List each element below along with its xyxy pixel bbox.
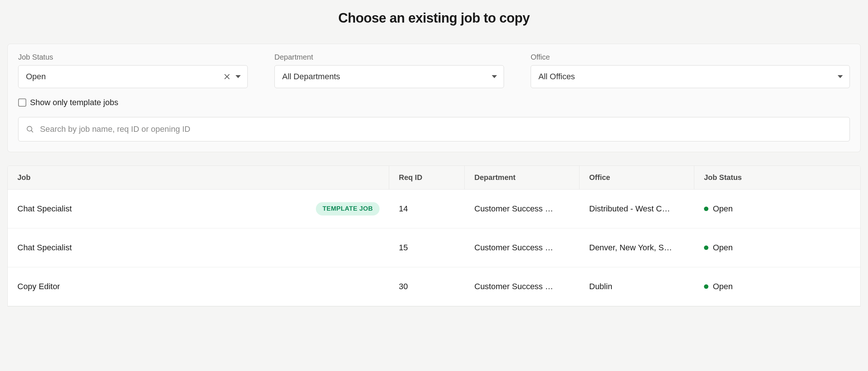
- search-icon: [26, 125, 34, 133]
- office-select[interactable]: All Offices: [531, 65, 850, 88]
- chevron-down-icon: [838, 75, 843, 78]
- table-row[interactable]: Copy Editor30Customer Success …DublinOpe…: [8, 267, 860, 306]
- page-title: Choose an existing job to copy: [7, 10, 861, 26]
- th-req-id[interactable]: Req ID: [389, 166, 465, 189]
- cell-department: Customer Success …: [465, 190, 580, 228]
- job-name: Chat Specialist: [17, 204, 311, 214]
- table-header: Job Req ID Department Office Job Status: [8, 166, 860, 190]
- cell-office: Distributed - West C…: [580, 190, 694, 228]
- cell-status: Open: [694, 228, 860, 267]
- filter-department: Department All Departments: [274, 53, 504, 88]
- cell-job: Chat Specialist: [8, 228, 389, 267]
- clear-icon[interactable]: [224, 73, 230, 80]
- status-text: Open: [713, 243, 733, 253]
- status-text: Open: [713, 204, 733, 214]
- jobs-table: Job Req ID Department Office Job Status …: [7, 166, 861, 307]
- chevron-down-icon: [492, 75, 497, 78]
- th-job-status[interactable]: Job Status: [694, 166, 860, 189]
- filters-panel: Job Status Open Department All Departmen…: [7, 44, 861, 152]
- table-row[interactable]: Chat Specialist15Customer Success …Denve…: [8, 228, 860, 267]
- template-jobs-label: Show only template jobs: [30, 98, 118, 107]
- department-select[interactable]: All Departments: [274, 65, 504, 88]
- status-dot-icon: [704, 245, 708, 250]
- cell-req-id: 14: [389, 190, 465, 228]
- checkbox-icon: [18, 98, 26, 107]
- filter-office-label: Office: [531, 53, 850, 61]
- cell-req-id: 15: [389, 228, 465, 267]
- cell-department: Customer Success …: [465, 267, 580, 306]
- cell-job: Chat SpecialistTEMPLATE JOB: [8, 190, 389, 228]
- cell-office: Denver, New York, S…: [580, 228, 694, 267]
- search-input[interactable]: [40, 124, 842, 134]
- filter-department-label: Department: [274, 53, 504, 61]
- job-name: Copy Editor: [17, 282, 380, 291]
- table-row[interactable]: Chat SpecialistTEMPLATE JOB14Customer Su…: [8, 190, 860, 228]
- th-office[interactable]: Office: [580, 166, 694, 189]
- svg-point-0: [27, 126, 32, 131]
- filter-job-status: Job Status Open: [18, 53, 248, 88]
- cell-job: Copy Editor: [8, 267, 389, 306]
- job-name: Chat Specialist: [17, 243, 380, 253]
- cell-req-id: 30: [389, 267, 465, 306]
- chevron-down-icon: [236, 75, 241, 78]
- cell-status: Open: [694, 190, 860, 228]
- cell-department: Customer Success …: [465, 228, 580, 267]
- th-department[interactable]: Department: [465, 166, 580, 189]
- job-status-value: Open: [26, 72, 221, 81]
- filter-job-status-label: Job Status: [18, 53, 248, 61]
- template-badge: TEMPLATE JOB: [316, 202, 380, 215]
- status-dot-icon: [704, 207, 708, 211]
- cell-status: Open: [694, 267, 860, 306]
- cell-office: Dublin: [580, 267, 694, 306]
- template-jobs-toggle[interactable]: Show only template jobs: [18, 98, 850, 107]
- office-value: All Offices: [538, 72, 832, 81]
- filter-office: Office All Offices: [531, 53, 850, 88]
- th-job[interactable]: Job: [8, 166, 389, 189]
- status-text: Open: [713, 282, 733, 291]
- search-field[interactable]: [18, 117, 850, 141]
- job-status-select[interactable]: Open: [18, 65, 248, 88]
- department-value: All Departments: [282, 72, 487, 81]
- status-dot-icon: [704, 284, 708, 289]
- svg-line-1: [31, 130, 33, 132]
